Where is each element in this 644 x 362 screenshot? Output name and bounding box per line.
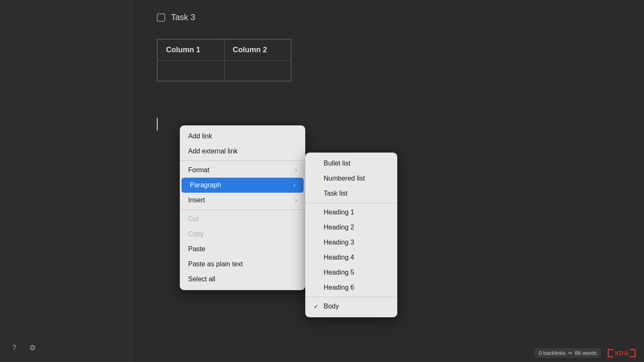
insert-arrow-icon: ›	[295, 197, 297, 203]
submenu-separator-2	[305, 297, 397, 297]
table-container: Column 1 Column 2	[157, 39, 619, 82]
submenu-item-heading-6[interactable]: Heading 6	[305, 280, 397, 295]
table-cell-1[interactable]	[157, 60, 224, 81]
submenu-item-task-list[interactable]: Task list	[305, 186, 397, 201]
sidebar: ? ⚙	[0, 0, 132, 362]
help-icon[interactable]: ?	[8, 342, 20, 354]
submenu-item-heading-1[interactable]: Heading 1	[305, 205, 397, 220]
format-arrow-icon: ›	[295, 167, 297, 173]
submenu-item-heading-2[interactable]: Heading 2	[305, 220, 397, 235]
xda-bracket-right	[630, 349, 636, 357]
table-cell-2[interactable]	[224, 60, 291, 81]
submenu-separator-1	[305, 203, 397, 203]
context-menu: Add link Add external link Format › Para…	[180, 125, 305, 290]
xda-bracket-left	[608, 349, 613, 357]
table-header-col2[interactable]: Column 2	[224, 39, 291, 60]
submenu-item-body[interactable]: ✓ Body	[305, 299, 397, 314]
menu-item-copy: Copy	[180, 227, 305, 242]
task-checkbox[interactable]	[157, 13, 165, 22]
paragraph-submenu: Bullet list Numbered list Task list Head…	[305, 153, 397, 317]
submenu-item-heading-5[interactable]: Heading 5	[305, 265, 397, 280]
body-check: ✓	[314, 303, 320, 310]
task-item: Task 3	[157, 13, 619, 22]
submenu-item-numbered-list[interactable]: Numbered list	[305, 171, 397, 186]
menu-item-add-external-link[interactable]: Add external link	[180, 144, 305, 159]
task-label: Task 3	[171, 13, 195, 22]
menu-item-paragraph[interactable]: Paragraph ›	[181, 178, 304, 193]
submenu-item-heading-4[interactable]: Heading 4	[305, 250, 397, 265]
submenu-item-heading-3[interactable]: Heading 3	[305, 235, 397, 250]
backlinks-label: 0 backlinks	[539, 350, 565, 356]
text-cursor	[157, 118, 158, 130]
words-label: 86 words	[575, 350, 597, 356]
xda-text: XDA	[614, 349, 629, 357]
menu-item-paste-plain[interactable]: Paste as plain text	[180, 257, 305, 272]
bottom-bar: 0 backlinks ✏ 86 words XDA	[526, 344, 644, 362]
menu-separator-1	[180, 161, 305, 161]
settings-icon[interactable]: ⚙	[27, 342, 38, 354]
menu-item-select-all[interactable]: Select all	[180, 272, 305, 287]
paragraph-arrow-icon: ›	[294, 182, 295, 188]
table-header-col1[interactable]: Column 1	[157, 39, 224, 60]
xda-logo: XDA	[608, 349, 636, 357]
menu-item-format[interactable]: Format ›	[180, 163, 305, 178]
table-row	[157, 60, 291, 81]
editor-table[interactable]: Column 1 Column 2	[157, 39, 291, 82]
menu-item-add-link[interactable]: Add link	[180, 129, 305, 144]
edit-icon: ✏	[568, 350, 572, 356]
sidebar-bottom: ? ⚙	[0, 342, 132, 354]
backlinks-button[interactable]: 0 backlinks ✏ 86 words	[534, 348, 601, 358]
menu-item-cut: Cut	[180, 212, 305, 227]
menu-separator-2	[180, 209, 305, 210]
menu-item-insert[interactable]: Insert ›	[180, 193, 305, 208]
menu-item-paste[interactable]: Paste	[180, 242, 305, 257]
submenu-item-bullet-list[interactable]: Bullet list	[305, 156, 397, 171]
